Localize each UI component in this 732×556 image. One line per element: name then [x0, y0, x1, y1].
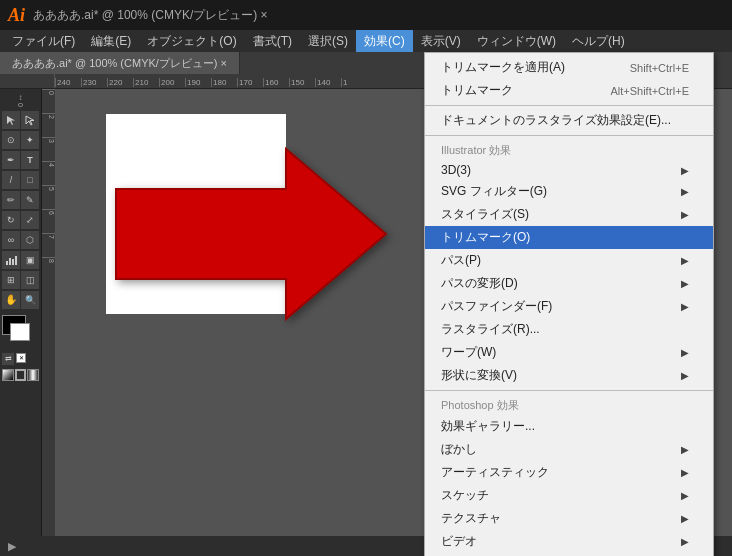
menu-item-effect-gallery[interactable]: 効果ギャラリー...: [425, 415, 713, 438]
menu-item-texture[interactable]: テクスチャ ▶: [425, 507, 713, 530]
tool-magic-wand[interactable]: ✦: [21, 131, 39, 149]
ruler-tick: 180: [211, 78, 237, 87]
tool-pair-slice: ⊞ ◫: [2, 271, 39, 289]
menu-type[interactable]: 書式(T): [245, 30, 300, 52]
menu-item-3d[interactable]: 3D(3) ▶: [425, 160, 713, 180]
menu-item-video[interactable]: ビデオ ▶: [425, 530, 713, 553]
tool-pair-brush: ✏ ✎: [2, 191, 39, 209]
tool-scale[interactable]: ⤢: [21, 211, 39, 229]
tab-label: ああああ.ai* @ 100% (CMYK/プレビュー) ×: [12, 56, 227, 71]
tool-zoom[interactable]: 🔍: [21, 291, 39, 309]
color-mode-fill[interactable]: [2, 369, 14, 381]
left-toolbar: ↕ 0 ⊙ ✦ ✒ T / □ ✏ ✎ ↻: [0, 89, 42, 554]
menu-item-apply-trim[interactable]: トリムマークを適用(A) Shift+Ctrl+E: [425, 56, 713, 79]
menu-item-rasterize[interactable]: ラスタライズ(R)...: [425, 318, 713, 341]
document-tab[interactable]: ああああ.ai* @ 100% (CMYK/プレビュー) ×: [0, 52, 240, 74]
menu-item-trim-mark-o[interactable]: トリムマーク(O): [425, 226, 713, 249]
title-bar: Ai ああああ.ai* @ 100% (CMYK/プレビュー) ×: [0, 0, 732, 30]
tool-transform[interactable]: ⬡: [21, 231, 39, 249]
ruler-tick: 220: [107, 78, 133, 87]
menu-section-illustrator: Illustrator 効果 3D(3) ▶ SVG フィルター(G) ▶ スタ…: [425, 135, 713, 390]
tool-rect[interactable]: □: [21, 171, 39, 189]
photoshop-section-label: Photoshop 効果: [425, 394, 713, 415]
svg-rect-3: [15, 256, 17, 265]
app-title: ああああ.ai* @ 100% (CMYK/プレビュー) ×: [33, 7, 268, 24]
ruler-tick: 210: [133, 78, 159, 87]
menu-section-top: トリムマークを適用(A) Shift+Ctrl+E トリムマーク Alt+Shi…: [425, 53, 713, 105]
vruler-tick: 3: [42, 137, 55, 161]
menu-file[interactable]: ファイル(F): [4, 30, 83, 52]
arrow-annotation: [86, 129, 406, 352]
illustrator-section-label: Illustrator 効果: [425, 139, 713, 160]
tool-chart[interactable]: [2, 251, 20, 269]
menu-item-path-transform[interactable]: パスの変形(D) ▶: [425, 272, 713, 295]
ruler-tick: 1: [341, 78, 367, 87]
color-mode-stroke[interactable]: [15, 369, 27, 381]
tool-hand[interactable]: ✋: [2, 291, 20, 309]
menu-item-doc-raster[interactable]: ドキュメントのラスタライズ効果設定(E)...: [425, 109, 713, 132]
tool-slice[interactable]: ⊞: [2, 271, 20, 289]
color-controls: ⇄ ✕: [2, 353, 39, 365]
tool-rotate[interactable]: ↻: [2, 211, 20, 229]
tool-pair-hand: ✋ 🔍: [2, 291, 39, 309]
tool-pen[interactable]: ✒: [2, 151, 20, 169]
menu-item-path[interactable]: パス(P) ▶: [425, 249, 713, 272]
ruler-vertical-left: ↕ 0: [2, 93, 39, 107]
tool-lasso[interactable]: ⊙: [2, 131, 20, 149]
menu-edit[interactable]: 編集(E): [83, 30, 139, 52]
tool-select[interactable]: [2, 111, 20, 129]
menu-item-blur[interactable]: ぼかし ▶: [425, 438, 713, 461]
vruler-tick: 5: [42, 185, 55, 209]
menu-item-warp[interactable]: ワープ(W) ▶: [425, 341, 713, 364]
vruler-tick: 7: [42, 233, 55, 257]
svg-marker-4: [116, 149, 386, 319]
tool-brush[interactable]: ✏: [2, 191, 20, 209]
menu-select[interactable]: 選択(S): [300, 30, 356, 52]
menu-window[interactable]: ウィンドウ(W): [469, 30, 564, 52]
tool-pair-graph: ▣: [2, 251, 39, 269]
menu-item-shape-convert[interactable]: 形状に変換(V) ▶: [425, 364, 713, 387]
ruler-tick: 140: [315, 78, 341, 87]
tool-eraser[interactable]: ◫: [21, 271, 39, 289]
ruler-tick: 170: [237, 78, 263, 87]
tool-pair-select: [2, 111, 39, 129]
status-text: ▶: [8, 540, 16, 553]
ruler-tick: 230: [81, 78, 107, 87]
swap-colors-btn[interactable]: ⇄: [2, 353, 14, 365]
menu-item-trim-mark[interactable]: トリムマーク Alt+Shift+Ctrl+E: [425, 79, 713, 102]
ruler-tick: 190: [185, 78, 211, 87]
none-color-btn[interactable]: ✕: [16, 353, 26, 363]
tool-pencil[interactable]: ✎: [21, 191, 39, 209]
menu-object[interactable]: オブジェクト(O): [139, 30, 244, 52]
svg-rect-2: [12, 259, 14, 265]
ruler-tick: 240: [55, 78, 81, 87]
svg-rect-0: [6, 261, 8, 265]
color-mode-gradient[interactable]: [27, 369, 39, 381]
tool-pair-pen: ✒ T: [2, 151, 39, 169]
vruler-tick: 6: [42, 209, 55, 233]
menu-item-artistic[interactable]: アーティスティック ▶: [425, 461, 713, 484]
vruler-tick: 2: [42, 113, 55, 137]
tool-blend[interactable]: ∞: [2, 231, 20, 249]
tool-pair-lasso: ⊙ ✦: [2, 131, 39, 149]
menu-view[interactable]: 表示(V): [413, 30, 469, 52]
tool-direct-select[interactable]: [21, 111, 39, 129]
menu-item-sketch[interactable]: スケッチ ▶: [425, 484, 713, 507]
vruler-tick: 4: [42, 161, 55, 185]
menu-item-svg-filter[interactable]: SVG フィルター(G) ▶: [425, 180, 713, 203]
tool-pair-blend: ∞ ⬡: [2, 231, 39, 249]
menu-item-stylize[interactable]: スタイライズ(S) ▶: [425, 203, 713, 226]
menu-effect[interactable]: 効果(C): [356, 30, 413, 52]
tool-graph2[interactable]: ▣: [21, 251, 39, 269]
stroke-swatch[interactable]: [10, 323, 30, 341]
effect-dropdown-menu: トリムマークを適用(A) Shift+Ctrl+E トリムマーク Alt+Shi…: [424, 52, 714, 556]
menu-section-photoshop: Photoshop 効果 効果ギャラリー... ぼかし ▶ アーティスティック …: [425, 390, 713, 556]
vruler-tick: 0: [42, 89, 55, 113]
tool-type[interactable]: T: [21, 151, 39, 169]
tool-line[interactable]: /: [2, 171, 20, 189]
ruler-tick: 150: [289, 78, 315, 87]
tool-pair-rotate: ↻ ⤢: [2, 211, 39, 229]
menu-help[interactable]: ヘルプ(H): [564, 30, 633, 52]
menu-item-pathfinder[interactable]: パスファインダー(F) ▶: [425, 295, 713, 318]
color-mode-btns: [2, 369, 39, 381]
